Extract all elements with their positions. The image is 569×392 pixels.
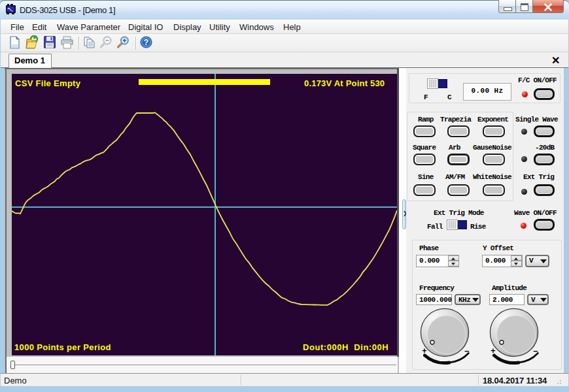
svg-text:?: ? xyxy=(144,38,148,47)
